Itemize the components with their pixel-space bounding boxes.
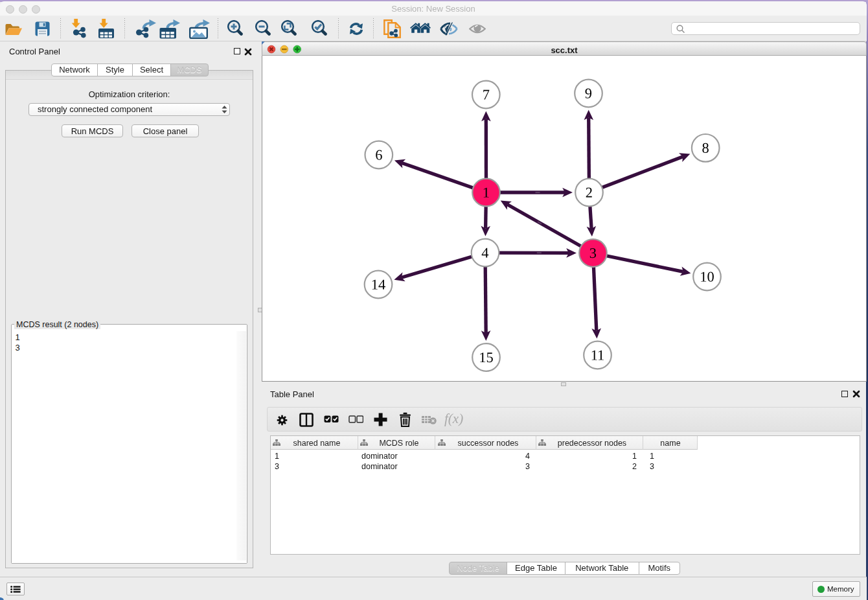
svg-text:8: 8	[702, 140, 709, 156]
svg-text:14: 14	[371, 276, 386, 292]
svg-text:2: 2	[586, 184, 593, 200]
svg-text:3: 3	[589, 245, 597, 261]
svg-text:15: 15	[479, 349, 494, 365]
svg-text:1: 1	[483, 184, 490, 200]
svg-text:9: 9	[585, 85, 592, 101]
svg-text:7: 7	[483, 86, 490, 102]
svg-text:10: 10	[700, 268, 714, 284]
svg-text:6: 6	[375, 146, 382, 163]
svg-text:11: 11	[591, 347, 605, 363]
svg-text:4: 4	[481, 244, 488, 260]
